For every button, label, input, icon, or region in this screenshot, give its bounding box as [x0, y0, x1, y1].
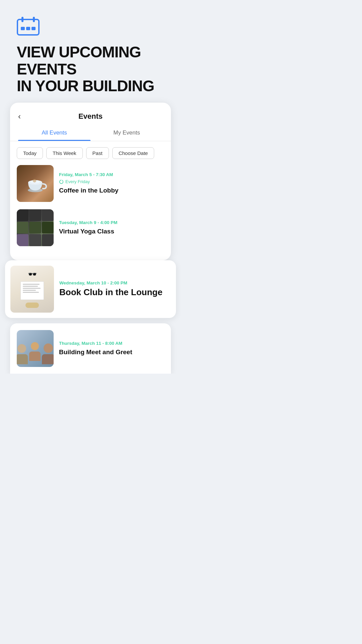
event-image-book-club: 🕶️ [10, 266, 54, 313]
event-info-coffee: Friday, March 5 - 7:30 AM Every Friday C… [59, 165, 164, 202]
app-card: ‹ Events All Events My Events Today This… [10, 103, 171, 260]
event-date-meet-greet: Thursday, March 11 - 8:00 AM [59, 341, 164, 346]
event-name-meet-greet: Building Meet and Greet [59, 348, 164, 356]
event-date-yoga: Tuesday, March 9 - 4:00 PM [59, 220, 164, 225]
event-info-book-club: Wednesday, March 10 - 2:00 PM Book Club … [59, 266, 171, 313]
filter-today[interactable]: Today [17, 147, 43, 159]
tab-my-events[interactable]: My Events [90, 126, 163, 141]
event-recurrence-coffee: Every Friday [59, 179, 164, 184]
card-title: Events [78, 112, 103, 121]
event-info-meet-greet: Thursday, March 11 - 8:00 AM Building Me… [59, 330, 164, 367]
hero-title: VIEW UPCOMING EVENTS IN YOUR BUILDING [17, 44, 164, 95]
event-date-book-club: Wednesday, March 10 - 2:00 PM [59, 280, 171, 285]
event-name-book-club: Book Club in the Lounge [59, 287, 171, 298]
events-list: Friday, March 5 - 7:30 AM Every Friday C… [10, 165, 171, 260]
calendar-icon [17, 16, 40, 36]
featured-event-card[interactable]: 🕶️ Wednesday, March 10 - 2:00 PM Book Cl… [5, 260, 176, 318]
event-info-yoga: Tuesday, March 9 - 4:00 PM Virtual Yoga … [59, 209, 164, 246]
yoga-mats-visual [17, 209, 54, 246]
book-visual: 🕶️ [10, 266, 54, 313]
event-image-yoga [17, 209, 54, 246]
back-button[interactable]: ‹ [18, 112, 21, 120]
event-item-meet-greet[interactable]: Thursday, March 11 - 8:00 AM Building Me… [17, 330, 164, 367]
filter-this-week[interactable]: This Week [46, 147, 83, 159]
filter-choose-date[interactable]: Choose Date [112, 147, 155, 159]
filter-past[interactable]: Past [86, 147, 109, 159]
event-image-coffee [17, 165, 54, 202]
bottom-event-card[interactable]: Thursday, March 11 - 8:00 AM Building Me… [10, 323, 171, 374]
event-item-coffee[interactable]: Friday, March 5 - 7:30 AM Every Friday C… [17, 165, 164, 202]
event-item-yoga[interactable]: Tuesday, March 9 - 4:00 PM Virtual Yoga … [17, 209, 164, 246]
recurrence-icon [59, 179, 64, 184]
event-name-yoga: Virtual Yoga Class [59, 228, 164, 235]
tab-all-events[interactable]: All Events [18, 126, 90, 141]
tabs-row: All Events My Events [10, 126, 171, 141]
svg-rect-2 [33, 17, 35, 22]
svg-rect-1 [21, 17, 23, 22]
svg-rect-5 [32, 27, 36, 30]
event-name-coffee: Coffee in the Lobby [59, 187, 164, 195]
svg-rect-4 [26, 27, 30, 30]
book-page [20, 281, 44, 300]
event-item-book-club[interactable]: 🕶️ Wednesday, March 10 - 2:00 PM Book Cl… [5, 260, 176, 318]
hero-section: VIEW UPCOMING EVENTS IN YOUR BUILDING [0, 0, 181, 103]
svg-point-9 [33, 179, 36, 182]
event-date-coffee: Friday, March 5 - 7:30 AM [59, 172, 164, 177]
glasses-icon: 🕶️ [28, 270, 37, 279]
filter-row: Today This Week Past Choose Date [10, 141, 171, 165]
svg-rect-3 [21, 27, 25, 30]
event-image-meet-greet [17, 330, 54, 367]
people-visual [17, 330, 54, 367]
card-header: ‹ Events [10, 103, 171, 126]
